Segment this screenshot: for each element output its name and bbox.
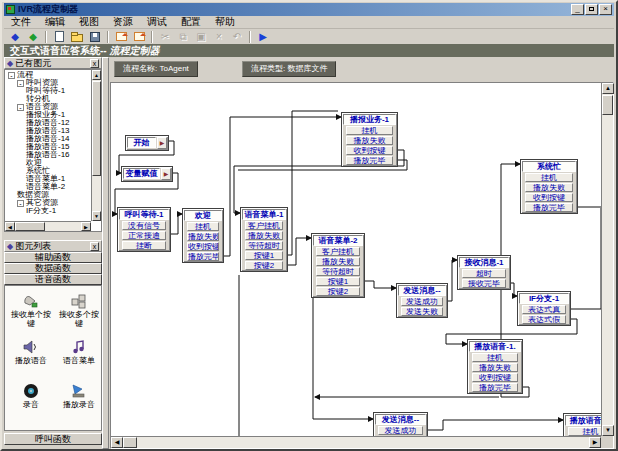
close-palette-panel-button[interactable]: x	[90, 242, 99, 251]
flow-node-title[interactable]: 接收消息-1	[459, 257, 509, 268]
palette-item-speaker[interactable]: 播放语音	[8, 338, 54, 365]
palette-item-cd[interactable]: 录音	[8, 382, 54, 409]
flow-node-port[interactable]: 正常接通	[122, 231, 166, 240]
tree-scroll-thumb[interactable]	[92, 81, 101, 176]
copy-button[interactable]: ⧉	[174, 30, 192, 44]
menu-item-1[interactable]: 编辑	[38, 15, 72, 29]
flow-node-port[interactable]: 挂机	[472, 353, 518, 362]
flow-node-port[interactable]: 表达式真	[522, 305, 566, 314]
flow-node-port[interactable]: 接收完毕	[462, 279, 506, 288]
flow-node-port[interactable]: 播放完毕	[187, 252, 219, 261]
node-run-arrow-icon[interactable]: ▶	[161, 168, 171, 180]
flow-node-port[interactable]: 挂机	[525, 173, 573, 182]
flow-node-port[interactable]: 等待超时	[245, 241, 283, 250]
flow-node-ifbranch[interactable]: IF分支-1表达式真表达式假	[517, 291, 571, 326]
flow-node-port[interactable]: 按键2	[245, 261, 283, 270]
flow-node-sendmsg1[interactable]: 发送消息--发送成功发送失败	[396, 283, 448, 318]
tree-scroll-right-icon[interactable]: ▶	[81, 222, 91, 231]
tree-expander-icon[interactable]: -	[17, 80, 24, 87]
flow-node-port[interactable]: 播放完毕	[472, 383, 518, 392]
run-button[interactable]: ▶	[254, 30, 272, 44]
canvas-vertical-scrollbar[interactable]: ▲ ▼	[601, 83, 613, 436]
open-file-button[interactable]	[68, 30, 86, 44]
flow-node-port[interactable]: 播放失败	[187, 232, 219, 241]
flow-node-title[interactable]: 语音菜单-2	[313, 235, 363, 246]
menu-item-4[interactable]: 调试	[140, 15, 174, 29]
menu-item-6[interactable]: 帮助	[208, 15, 242, 29]
import-flow-button[interactable]	[112, 30, 130, 44]
menu-item-2[interactable]: 视图	[72, 15, 106, 29]
nav-forward-button[interactable]: ◆	[24, 30, 42, 44]
palette-item-hand-key[interactable]: 接收单个按键	[8, 292, 54, 328]
node-run-arrow-icon[interactable]: ▶	[157, 137, 167, 149]
canvas-vscroll-thumb[interactable]	[602, 95, 613, 115]
section-call-functions[interactable]: 呼叫函数	[4, 433, 102, 445]
flow-node-port[interactable]: 客户挂机	[245, 221, 283, 230]
palette-item-multi-key[interactable]: 接收多个按键	[56, 292, 102, 328]
flow-node-port[interactable]: 播放完毕	[525, 203, 573, 212]
tree-expander-icon[interactable]: -	[17, 104, 24, 111]
paste-button[interactable]: ▣	[192, 30, 210, 44]
flow-node-title[interactable]: 发送消息--	[398, 285, 446, 296]
flow-node-sendmsg2[interactable]: 发送消息--发送成功发送失败	[373, 412, 428, 436]
section-button-1[interactable]: 数据函数	[4, 263, 102, 274]
palette-item-note[interactable]: 语音菜单	[56, 338, 102, 365]
tree-expander-icon[interactable]: -	[8, 72, 15, 79]
nav-back-button[interactable]: ◆	[6, 30, 24, 44]
flow-node-title[interactable]: 播放语音-1.	[469, 341, 521, 352]
flow-node-assign[interactable]: 变量赋值▶	[121, 166, 173, 182]
flow-node-port[interactable]: 播放失败	[346, 136, 393, 145]
cut-button[interactable]: ✂	[156, 30, 174, 44]
flow-node-port[interactable]: 表达式假	[522, 315, 566, 324]
flow-node-menu2[interactable]: 语音菜单-2客户挂机播放失败等待超时按键1按键2	[311, 233, 365, 298]
panel-splitter[interactable]	[102, 57, 109, 449]
flow-node-port[interactable]: 挂断	[122, 241, 166, 250]
flow-node-port[interactable]: 超时	[462, 269, 506, 278]
canvas-scroll-left-icon[interactable]: ◀	[111, 437, 123, 448]
flow-node-recvmsg[interactable]: 接收消息-1超时接收完毕	[457, 255, 511, 290]
new-file-button[interactable]	[50, 30, 68, 44]
canvas-scroll-down-icon[interactable]: ▼	[602, 425, 614, 436]
flow-node-start[interactable]: 开始▶	[125, 135, 169, 151]
flow-node-title[interactable]: IF分支-1	[519, 293, 569, 304]
flow-node-menu1[interactable]: 语音菜单-1客户挂机播放失败等待超时按键1按键2	[240, 207, 288, 272]
flow-node-port[interactable]: 播放完毕	[346, 156, 393, 165]
tree-item-10[interactable]: 播放语音-16	[6, 151, 90, 159]
flow-node-callwait[interactable]: 呼叫等待-1没有信号正常接通挂断	[117, 207, 171, 252]
flow-canvas[interactable]: 开始▶变量赋值▶呼叫等待-1没有信号正常接通挂断欢迎挂机播放失败收到按键播放完毕…	[111, 83, 601, 436]
flow-node-port[interactable]: 收到按键	[525, 193, 573, 202]
flow-node-sysbusy[interactable]: 系统忙挂机播放失败收到按键播放完毕	[520, 159, 578, 214]
section-button-0[interactable]: 辅助函数	[4, 252, 102, 263]
flow-node-port[interactable]: 收到按键	[472, 373, 518, 382]
flow-node-title[interactable]: 语音菜单-1	[242, 209, 286, 220]
flow-node-port[interactable]: 播放失败	[316, 257, 360, 266]
flow-node-port[interactable]: 等待超时	[316, 267, 360, 276]
section-button-2[interactable]: 语音函数	[4, 274, 102, 285]
flow-node-port[interactable]: 挂机	[568, 427, 601, 436]
flow-node-broadcast[interactable]: 播报业务-1挂机播放失败收到按键播放完毕	[341, 112, 398, 167]
canvas-scroll-up-icon[interactable]: ▲	[602, 83, 614, 94]
flow-node-playvoice2[interactable]: 播放语音-1.挂机播放失败	[563, 413, 601, 436]
flow-node-title[interactable]: 播报业务-1	[343, 114, 396, 125]
undo-button[interactable]: ↶	[228, 30, 246, 44]
menu-item-0[interactable]: 文件	[4, 15, 38, 29]
flow-node-port[interactable]: 发送失败	[401, 307, 443, 316]
menu-item-5[interactable]: 配置	[174, 15, 208, 29]
flow-node-port[interactable]: 收到按键	[187, 242, 219, 251]
flow-node-playvoice1[interactable]: 播放语音-1.挂机播放失败收到按键播放完毕	[467, 339, 523, 394]
flow-node-port[interactable]: 挂机	[346, 126, 393, 135]
flow-node-port[interactable]: 客户挂机	[316, 247, 360, 256]
tree-horizontal-scrollbar[interactable]: ◀ ▶	[5, 221, 91, 231]
flow-node-welcome[interactable]: 欢迎挂机播放失败收到按键播放完毕	[182, 208, 224, 263]
delete-button[interactable]: ×	[210, 30, 228, 44]
tree-scroll-left-icon[interactable]: ◀	[5, 222, 15, 231]
flow-node-port[interactable]: 没有信号	[122, 221, 166, 230]
close-button[interactable]: ×	[599, 4, 612, 15]
palette-item-gramophone[interactable]: 播放录音	[56, 382, 102, 409]
close-tree-panel-button[interactable]: x	[90, 59, 99, 68]
flow-node-port[interactable]: 按键1	[316, 277, 360, 286]
tree-scroll-down-icon[interactable]: ▼	[92, 211, 101, 221]
canvas-horizontal-scrollbar[interactable]: ◀ ▶	[111, 436, 601, 448]
save-file-button[interactable]	[86, 30, 104, 44]
flow-node-title[interactable]: 呼叫等待-1	[119, 209, 169, 220]
